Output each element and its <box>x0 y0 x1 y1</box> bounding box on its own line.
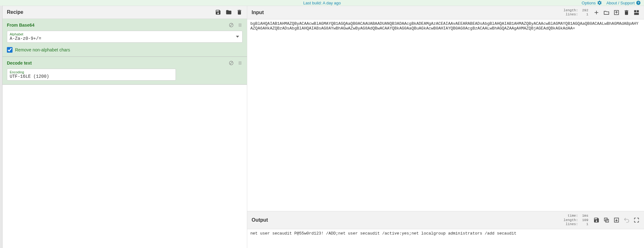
options-link[interactable]: Options <box>582 0 602 5</box>
move-to-input-icon[interactable] <box>613 217 620 223</box>
svg-line-3 <box>230 24 233 26</box>
input-stats: length: 292 lines: 1 <box>564 8 588 17</box>
undo-icon[interactable] <box>623 217 630 223</box>
reset-layout-icon[interactable] <box>633 9 640 16</box>
operation-from-base64[interactable]: From Base64 Alphabet A-Za-z0-9+/= Remove… <box>3 19 247 57</box>
last-build-text: Last build: A day ago <box>303 1 341 5</box>
output-header: Output time: 1ms length: 109 lines: 1 <box>247 211 644 229</box>
output-text: net user secaudit P@55w0rd123! /ADD;net … <box>247 229 644 248</box>
op-name: Decode text <box>7 61 32 66</box>
open-folder-icon[interactable] <box>603 9 610 16</box>
svg-rect-9 <box>240 61 241 64</box>
save-icon[interactable] <box>215 9 221 15</box>
output-stats: time: 1ms length: 109 lines: 1 <box>564 214 588 226</box>
maximize-icon[interactable] <box>633 217 640 223</box>
svg-rect-8 <box>239 61 240 64</box>
encoding-select[interactable]: Encoding UTF-16LE (1200) <box>7 69 176 81</box>
svg-text:?: ? <box>637 1 639 4</box>
svg-rect-4 <box>239 24 240 26</box>
input-title: Input <box>252 10 264 15</box>
remove-non-alphabet-checkbox[interactable] <box>7 47 13 53</box>
svg-rect-5 <box>240 24 241 26</box>
recipe-title: Recipe <box>7 9 23 15</box>
copy-icon[interactable] <box>603 217 610 223</box>
operation-decode-text[interactable]: Decode text Encoding UTF-16LE (1200) <box>3 57 247 85</box>
recipe-body: From Base64 Alphabet A-Za-z0-9+/= Remove… <box>3 19 247 248</box>
add-tab-icon[interactable] <box>593 9 600 16</box>
help-icon: ? <box>636 0 641 5</box>
remove-non-alphabet-label[interactable]: Remove non-alphabet chars <box>15 47 70 52</box>
svg-rect-15 <box>634 13 639 15</box>
output-title: Output <box>252 217 268 223</box>
about-link[interactable]: About / Support ? <box>606 0 641 5</box>
open-file-icon[interactable] <box>613 9 620 16</box>
left-gutter <box>0 6 3 248</box>
input-textarea[interactable] <box>247 19 644 211</box>
disable-icon[interactable] <box>229 23 234 28</box>
op-name: From Base64 <box>7 23 34 28</box>
svg-rect-14 <box>637 10 639 13</box>
disable-icon[interactable] <box>229 61 234 66</box>
chevron-down-icon <box>236 36 239 38</box>
top-bar: Last build: A day ago Options About / Su… <box>0 0 644 6</box>
clear-input-icon[interactable] <box>623 9 630 16</box>
recipe-header: Recipe <box>3 6 247 19</box>
save-output-icon[interactable] <box>593 217 600 223</box>
pause-icon[interactable] <box>238 23 243 28</box>
svg-rect-13 <box>634 10 636 13</box>
recipe-panel: Recipe From Base64 Alphabet A-Za-z0- <box>3 6 247 248</box>
pause-icon[interactable] <box>238 61 243 66</box>
folder-icon[interactable] <box>226 9 232 15</box>
input-header: Input length: 292 lines: 1 <box>247 6 644 19</box>
trash-icon[interactable] <box>236 9 243 15</box>
svg-line-7 <box>230 62 233 64</box>
alphabet-select[interactable]: Alphabet A-Za-z0-9+/= <box>7 31 243 43</box>
gear-icon <box>597 0 602 5</box>
